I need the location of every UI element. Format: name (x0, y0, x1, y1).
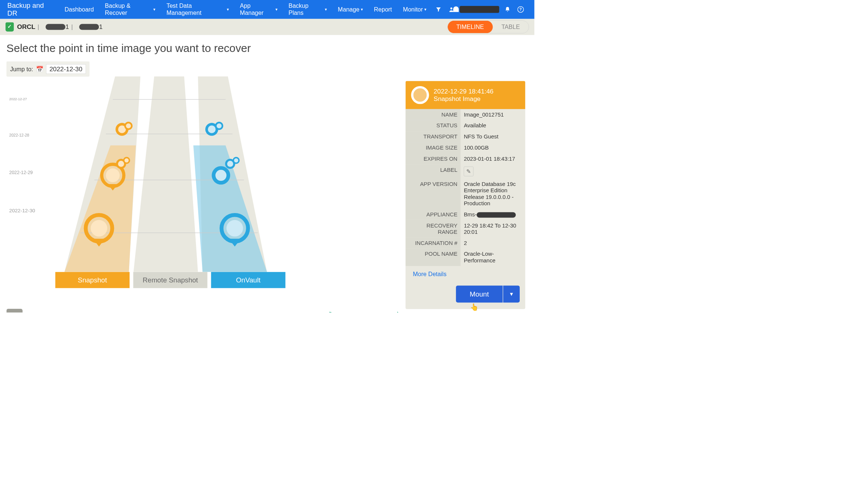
app-name: ORCL (17, 23, 35, 31)
nav-report[interactable]: Report (368, 6, 397, 13)
bell-icon[interactable] (504, 6, 511, 13)
snapshot-pin[interactable] (123, 157, 130, 164)
view-timeline-tab[interactable]: TIMELINE (448, 21, 493, 33)
snapshot-pin[interactable] (124, 122, 133, 130)
lane-remote-snapshot[interactable]: Remote Snapshot (133, 272, 208, 288)
chevron-down-icon: ▾ (275, 7, 278, 12)
nav-monitor[interactable]: Monitor▾ (398, 6, 432, 13)
tick: 2022-12-28 (9, 133, 35, 138)
lane-onvault[interactable]: OnVault (211, 272, 285, 288)
pins-layer (55, 76, 285, 272)
chevron-down-icon: ▾ (227, 7, 229, 12)
edit-label-icon[interactable]: ✎ (464, 167, 473, 176)
snapshot-ring-icon (411, 86, 429, 104)
user-name-redacted[interactable] (460, 6, 499, 13)
snapshot-pin[interactable] (86, 215, 112, 246)
panel-header: 2022-12-29 18:41:46 Snapshot Image (405, 81, 525, 109)
host-suffix-1: 1 (65, 23, 69, 31)
lane-labels: Snapshot Remote Snapshot OnVault (55, 272, 285, 288)
tick: 2022-12-27 (9, 97, 35, 101)
annotation-arrow (327, 311, 432, 312)
view-table-tab[interactable]: TABLE (493, 21, 529, 33)
host-redacted-1 (46, 24, 65, 30)
nav-app-manager[interactable]: App Manager▾ (234, 2, 283, 16)
filter-icon[interactable] (435, 6, 442, 13)
chevron-down-icon: ▾ (153, 7, 156, 12)
mount-button[interactable]: Mount (456, 285, 503, 302)
image-datetime: 2022-12-29 18:41:46 (434, 88, 493, 95)
nav-manage[interactable]: Manage▾ (332, 6, 368, 13)
help-icon[interactable]: ? (517, 6, 524, 13)
cursor-icon: 👆 (470, 303, 479, 311)
image-type: Snapshot Image (434, 95, 493, 102)
appliance-redacted (477, 212, 516, 217)
lane-snapshot[interactable]: Snapshot (55, 272, 130, 288)
nav-test-data-mgmt[interactable]: Test Data Management▾ (161, 2, 235, 16)
chevron-down-icon: ▾ (361, 7, 363, 12)
page-title: Select the point in time image you want … (6, 42, 528, 55)
host-suffix-2: 1 (99, 23, 103, 31)
detail-val: Image_0012751 (461, 109, 525, 120)
onvault-pin[interactable] (222, 215, 248, 246)
jump-to-control: Jump to: 📅 2022-12-30 (6, 62, 89, 77)
timeline-board: Snapshot Remote Snapshot OnVault (55, 76, 285, 288)
nav-backup-recover[interactable]: Backup & Recover▾ (99, 2, 161, 16)
svg-text:?: ? (519, 7, 522, 12)
onvault-pin[interactable] (212, 166, 230, 185)
details-table: NAMEImage_0012751 STATUSAvailable TRANSP… (405, 109, 525, 266)
host-redacted-2 (79, 24, 99, 30)
top-navbar: Backup and DR Dashboard Backup & Recover… (0, 0, 535, 19)
image-details-panel: 2022-12-29 18:41:46 Snapshot Image NAMEI… (405, 81, 525, 309)
onvault-pin[interactable] (215, 122, 223, 130)
mount-dropdown-button[interactable]: ▼ (503, 285, 520, 302)
svg-point-0 (450, 7, 452, 9)
jump-date-input[interactable]: 2022-12-30 (46, 64, 86, 74)
tick: 2022-12-30 (9, 207, 35, 213)
tick: 2022-12-29 (9, 170, 35, 175)
detail-key: NAME (405, 109, 460, 120)
jump-label: Jump to: (10, 65, 33, 72)
more-details-link[interactable]: More Details (405, 266, 525, 282)
timeline-scroll-up-button[interactable]: ▲ (6, 309, 22, 312)
onvault-pin[interactable] (233, 157, 240, 164)
calendar-icon[interactable]: 📅 (36, 65, 43, 72)
nav-dashboard[interactable]: Dashboard (59, 6, 99, 13)
nav-backup-plans[interactable]: Backup Plans▾ (283, 2, 332, 16)
view-toggle: TIMELINE TABLE (447, 20, 529, 33)
context-bar: ORCL | 1 | 1 TIMELINE TABLE (0, 19, 535, 35)
timeline-date-ticks: 2022-12-27 2022-12-28 2022-12-29 2022-12… (9, 97, 35, 246)
chevron-down-icon: ▾ (424, 7, 427, 12)
chevron-down-icon: ▾ (325, 7, 327, 12)
brand-title: Backup and DR (7, 1, 53, 17)
shield-check-icon (6, 22, 14, 32)
